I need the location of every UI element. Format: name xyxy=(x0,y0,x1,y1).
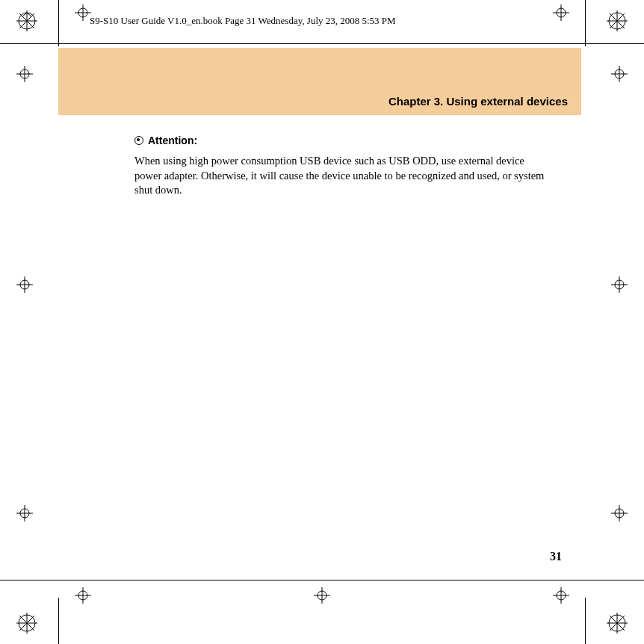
crosshair-icon xyxy=(611,276,628,296)
crop-line-vertical xyxy=(585,0,586,46)
crosshair-icon xyxy=(314,587,330,607)
crosshair-icon xyxy=(16,505,33,524)
crosshair-icon xyxy=(75,4,91,24)
crosshair-icon xyxy=(75,587,91,607)
crop-rule-top xyxy=(0,43,644,44)
crosshair-icon xyxy=(16,66,33,85)
document-header-info: S9-S10 User Guide V1.0_en.book Page 31 W… xyxy=(90,15,396,27)
chapter-title: Chapter 3. Using external devices xyxy=(388,95,568,108)
crosshair-icon xyxy=(553,4,569,24)
crop-line-vertical xyxy=(585,598,586,644)
registration-mark-icon xyxy=(16,10,37,31)
crosshair-icon xyxy=(611,505,628,524)
attention-body-text: When using high power consumption USB de… xyxy=(134,154,553,198)
registration-mark-icon xyxy=(16,613,37,634)
crop-line-vertical xyxy=(58,0,59,46)
page-number: 31 xyxy=(550,550,562,563)
crop-rule-bottom xyxy=(0,580,644,580)
attention-bullet-icon xyxy=(134,136,143,145)
attention-label-text: Attention: xyxy=(148,134,197,146)
registration-mark-icon xyxy=(607,10,628,31)
crosshair-icon xyxy=(611,66,628,85)
attention-section: Attention: When using high power consump… xyxy=(134,134,553,198)
registration-mark-icon xyxy=(607,613,628,634)
crosshair-icon xyxy=(16,276,33,296)
chapter-banner: Chapter 3. Using external devices xyxy=(58,48,581,115)
crop-line-vertical xyxy=(58,598,59,644)
crosshair-icon xyxy=(553,587,569,607)
attention-heading: Attention: xyxy=(134,134,553,146)
